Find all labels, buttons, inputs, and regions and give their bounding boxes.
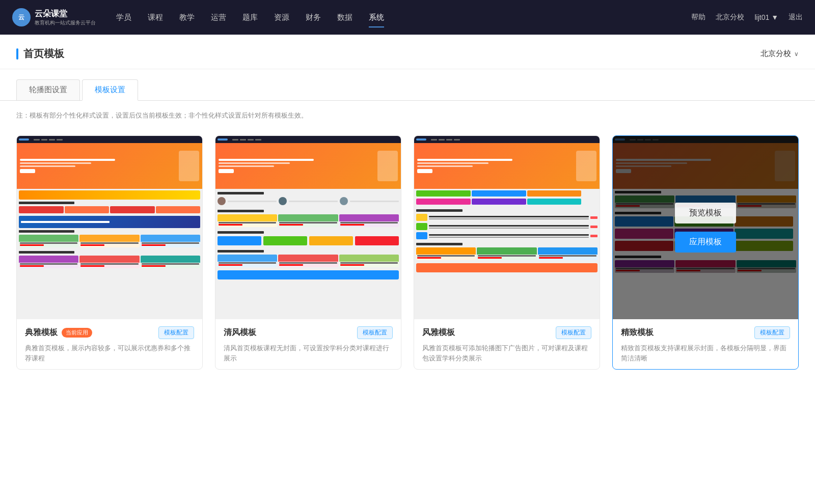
current-badge: 当前应用 — [62, 328, 92, 338]
preview-template-button[interactable]: 预览模板 — [675, 203, 736, 223]
mini-site-diannya — [17, 136, 202, 319]
template-desc-2: 清风首页模板课程无封面，可设置按学科分类对课程进行展示 — [224, 343, 393, 363]
template-info-fengya: 风雅模板 模板配置 风雅首页模板可添加轮播图下广告图片，可对课程及课程包设置学科… — [414, 319, 600, 369]
template-preview-fengya — [414, 136, 600, 319]
apply-template-button[interactable]: 应用模板 — [675, 232, 736, 253]
nav-item-operations[interactable]: 运营 — [211, 11, 226, 24]
template-preview-jingzhi: 预览模板 应用模板 — [613, 136, 798, 319]
template-card-qingfeng: 清风模板 模板配置 清风首页模板课程无封面，可设置按学科分类对课程进行展示 — [215, 135, 401, 370]
template-desc: 典雅首页模板，展示内容较多，可以展示优惠券和多个推荐课程 — [25, 343, 194, 363]
template-info-qingfeng: 清风模板 模板配置 清风首页模板课程无封面，可设置按学科分类对课程进行展示 — [215, 319, 401, 369]
template-name-row-3: 风雅模板 模板配置 — [422, 326, 591, 339]
page-title-bar — [16, 48, 18, 60]
template-name-row-2: 清风模板 模板配置 — [224, 326, 393, 339]
template-config-button-3[interactable]: 模板配置 — [556, 326, 591, 339]
template-name-row-4: 精致模板 模板配置 — [621, 326, 790, 339]
page-title: 首页模板 — [23, 47, 64, 61]
school-label: 北京分校 — [760, 49, 791, 59]
nav-item-data[interactable]: 数据 — [337, 11, 352, 24]
nav-item-finance[interactable]: 财务 — [306, 11, 321, 24]
template-card-diannya: 典雅模板 当前应用 模板配置 典雅首页模板，展示内容较多，可以展示优惠券和多个推… — [16, 135, 203, 370]
templates-grid: 典雅模板 当前应用 模板配置 典雅首页模板，展示内容较多，可以展示优惠券和多个推… — [0, 125, 815, 390]
nav-school[interactable]: 北京分校 — [716, 13, 744, 22]
template-name-4: 精致模板 — [621, 327, 654, 338]
template-card-fengya: 风雅模板 模板配置 风雅首页模板可添加轮播图下广告图片，可对课程及课程包设置学科… — [414, 135, 600, 370]
template-overlay-jingzhi: 预览模板 应用模板 — [613, 136, 798, 319]
chevron-down-icon: ∨ — [794, 50, 799, 58]
nav-help[interactable]: 帮助 — [691, 13, 705, 22]
nav-menu: 学员 课程 教学 运营 题库 资源 财务 数据 系统 — [116, 11, 691, 24]
school-selector[interactable]: 北京分校 ∨ — [760, 49, 799, 59]
navbar: 云 云朵课堂 教育机构一站式服务云平台 学员 课程 教学 运营 题库 资源 财务… — [0, 0, 815, 35]
logo-icon: 云 — [12, 8, 31, 26]
nav-item-system[interactable]: 系统 — [369, 11, 384, 24]
template-name-3: 风雅模板 — [422, 327, 455, 338]
template-preview-diannya — [17, 136, 202, 319]
template-config-button-2[interactable]: 模板配置 — [357, 326, 393, 339]
mini-site-fengya — [414, 136, 600, 319]
template-name-2: 清风模板 — [224, 327, 256, 338]
nav-logout[interactable]: 退出 — [789, 13, 803, 22]
template-name-row: 典雅模板 当前应用 模板配置 — [25, 326, 194, 339]
nav-item-quiz[interactable]: 题库 — [242, 11, 258, 24]
tabs: 轮播图设置 模板设置 — [16, 79, 799, 100]
logo[interactable]: 云 云朵课堂 教育机构一站式服务云平台 — [12, 8, 96, 26]
template-info-diannya: 典雅模板 当前应用 模板配置 典雅首页模板，展示内容较多，可以展示优惠券和多个推… — [17, 319, 202, 369]
page-header: 首页模板 北京分校 ∨ — [0, 35, 815, 69]
page-container: 首页模板 北京分校 ∨ 轮播图设置 模板设置 注：模板有部分个性化样式设置，设置… — [0, 35, 815, 504]
nav-item-courses[interactable]: 课程 — [148, 11, 163, 24]
mini-site-qingfeng — [215, 136, 401, 319]
tab-carousel[interactable]: 轮播图设置 — [16, 79, 80, 100]
logo-text: 云朵课堂 教育机构一站式服务云平台 — [35, 9, 96, 26]
template-desc-4: 精致首页模板支持课程展示封面，各模板分隔明显，界面简洁清晰 — [621, 343, 790, 363]
tab-template[interactable]: 模板设置 — [82, 79, 138, 101]
template-preview-qingfeng — [215, 136, 401, 319]
note: 注：模板有部分个性化样式设置，设置后仅当前模板生效；非个性化样式设置后针对所有模… — [0, 101, 815, 125]
template-config-button[interactable]: 模板配置 — [158, 326, 194, 339]
template-desc-3: 风雅首页模板可添加轮播图下广告图片，可对课程及课程包设置学科分类展示 — [422, 343, 591, 363]
nav-user[interactable]: lijt01 ▼ — [754, 13, 778, 21]
tabs-wrapper: 轮播图设置 模板设置 — [0, 69, 815, 101]
mini-header — [17, 136, 202, 143]
template-name: 典雅模板 — [25, 327, 58, 338]
nav-item-resources[interactable]: 资源 — [274, 11, 289, 24]
template-card-jingzhi: 预览模板 应用模板 精致模板 模板配置 精致首页模板支持课程展示封面，各模板分隔… — [612, 135, 799, 370]
page-title-wrapper: 首页模板 — [16, 47, 64, 61]
nav-item-teaching[interactable]: 教学 — [179, 11, 195, 24]
template-config-button-4[interactable]: 模板配置 — [754, 326, 790, 339]
template-info-jingzhi: 精致模板 模板配置 精致首页模板支持课程展示封面，各模板分隔明显，界面简洁清晰 — [613, 319, 798, 369]
nav-right: 帮助 北京分校 lijt01 ▼ 退出 — [691, 13, 803, 22]
nav-item-students[interactable]: 学员 — [116, 11, 131, 24]
